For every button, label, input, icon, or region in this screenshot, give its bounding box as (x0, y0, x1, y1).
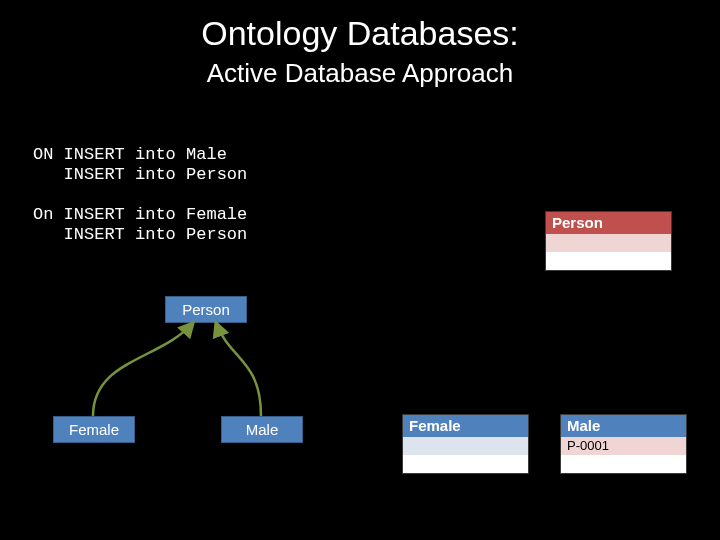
ontology-node-female: Female (53, 416, 135, 443)
trigger-code-male: ON INSERT into Male INSERT into Person (33, 145, 247, 185)
ontology-node-person: Person (165, 296, 247, 323)
table-female-header: Female (403, 415, 528, 437)
slide-subtitle: Active Database Approach (0, 58, 720, 89)
table-male: Male P-0001 (560, 414, 687, 474)
ontology-node-male: Male (221, 416, 303, 443)
edge-male-to-person (216, 323, 261, 416)
table-person: Person (545, 211, 672, 271)
table-row (546, 252, 671, 270)
trigger-code-female: On INSERT into Female INSERT into Person (33, 205, 247, 245)
table-row (403, 455, 528, 473)
table-row: P-0001 (561, 437, 686, 455)
table-female: Female (402, 414, 529, 474)
table-row (546, 234, 671, 252)
table-row (561, 455, 686, 473)
slide: Ontology Databases: Active Database Appr… (0, 0, 720, 540)
table-person-header: Person (546, 212, 671, 234)
edge-female-to-person (93, 323, 193, 416)
slide-title: Ontology Databases: (0, 14, 720, 53)
table-row (403, 437, 528, 455)
table-male-header: Male (561, 415, 686, 437)
